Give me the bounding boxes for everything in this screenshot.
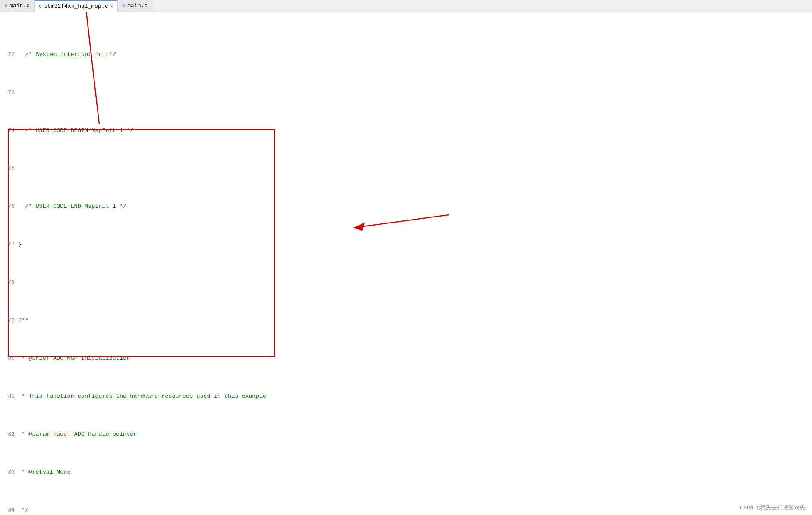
line-73: 73 [0,88,812,97]
line-75: 75 [0,164,812,173]
tab-main1[interactable]: c main.c [0,0,35,12]
line-84: 84 */ [0,506,812,515]
tab-label-main1: main.c [9,3,30,9]
tab-label-stm32: stm32f4xx_hal_msp.c [44,3,108,9]
line-77: 77 } [0,240,812,249]
watermark: CSDN @我先去打把游戏先 [740,504,805,512]
tab-icon-stm32: c [39,3,42,9]
line-78: 78 [0,278,812,287]
line-72: 72 /* System interrupt init*/ [0,50,812,60]
line-80: 80 * @brief ADC MSP Initialization [0,354,812,363]
line-74: 74 /* USER CODE BEGIN MspInit 1 */ [0,126,812,135]
tab-close-stm32[interactable]: ✕ [110,3,113,9]
tab-stm32[interactable]: c stm32f4xx_hal_msp.c ✕ [35,0,118,12]
line-76: 76 /* USER CODE END MspInit 1 */ [0,202,812,211]
line-83: 83 * @retval None [0,468,812,477]
tab-main2[interactable]: c main.c [118,0,152,12]
line-82: 82 * @param hadc: ADC handle pointer [0,430,812,439]
tab-icon-main1: c [4,3,7,9]
tab-label-main2: main.c [127,3,148,9]
code-editor[interactable]: 72 /* System interrupt init*/ 73 74 /* U… [0,12,812,515]
line-79: 79 /** [0,316,812,325]
line-81: 81 * This function configures the hardwa… [0,392,812,401]
tab-bar: c main.c c stm32f4xx_hal_msp.c ✕ c main.… [0,0,812,12]
tab-icon-main2: c [122,3,125,9]
code-area: 72 /* System interrupt init*/ 73 74 /* U… [0,12,812,515]
